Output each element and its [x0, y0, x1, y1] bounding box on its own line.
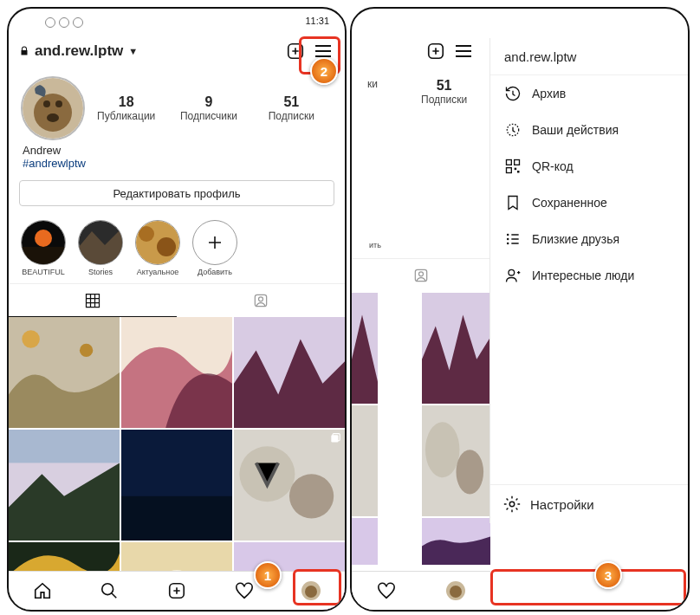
nav-likes[interactable]: [352, 572, 421, 610]
tab-grid[interactable]: [9, 284, 177, 317]
svg-rect-8: [22, 247, 65, 264]
svg-point-3: [43, 100, 50, 107]
bio: Andrew #andrewlptw: [9, 140, 345, 173]
svg-point-58: [507, 238, 509, 241]
posts-stat[interactable]: 18Публикации: [85, 94, 167, 122]
svg-point-46: [457, 450, 484, 494]
svg-rect-43: [352, 405, 378, 516]
profile-stats: 18Публикации 9Подписчики 51Подписки: [9, 71, 345, 140]
highlight-box-1: [293, 569, 341, 605]
svg-rect-56: [517, 171, 520, 173]
svg-point-34: [102, 584, 113, 595]
post[interactable]: [121, 430, 232, 541]
clock-icon: [504, 121, 522, 139]
svg-rect-52: [507, 160, 512, 165]
nav-search[interactable]: [76, 572, 144, 610]
svg-rect-54: [507, 168, 512, 173]
svg-point-7: [35, 230, 52, 247]
post[interactable]: [234, 317, 345, 428]
svg-point-40: [419, 271, 424, 275]
tab-tagged[interactable]: [177, 284, 345, 317]
chevron-down-icon[interactable]: ▼: [128, 46, 138, 56]
partial-grid: [352, 293, 490, 565]
svg-rect-23: [121, 496, 232, 541]
followers-stat[interactable]: 9Подписчики: [167, 94, 250, 122]
post[interactable]: [9, 430, 120, 541]
following-stat[interactable]: 51Подписки: [250, 94, 333, 122]
partial-tabs: [352, 258, 490, 292]
tab-tagged[interactable]: [352, 259, 490, 292]
svg-point-4: [55, 100, 62, 107]
hl-add[interactable]: Добавить: [192, 220, 237, 276]
svg-point-5: [47, 113, 59, 122]
username[interactable]: and.rew.lptw: [35, 42, 123, 60]
edit-profile-button[interactable]: Редактировать профиль: [19, 180, 334, 206]
menu-qr[interactable]: QR-код: [490, 148, 688, 184]
nav-home[interactable]: [9, 572, 76, 610]
menu-settings[interactable]: Настройки: [490, 484, 688, 523]
post[interactable]: [9, 317, 120, 428]
gear-icon: [502, 495, 522, 514]
svg-point-14: [259, 296, 263, 301]
side-menu: and.rew.lptw Архив Ваши действия QR-код …: [489, 38, 688, 523]
bookmark-icon: [504, 194, 522, 211]
svg-point-12: [157, 237, 176, 256]
highlights: BEAUTIFUL Stories Актуальное Добавить: [9, 213, 345, 283]
hl-stories[interactable]: Stories: [78, 220, 123, 276]
callout-3: 3: [594, 561, 622, 589]
menu-activity[interactable]: Ваши действия: [490, 112, 688, 148]
callout-2: 2: [310, 57, 338, 85]
svg-point-17: [80, 344, 93, 357]
callout-1: 1: [254, 561, 282, 589]
menu-close-friends[interactable]: Близкие друзья: [490, 221, 688, 257]
hl-actual[interactable]: Актуальное: [135, 220, 180, 276]
menu-header: and.rew.lptw: [490, 38, 688, 75]
qr-icon: [504, 158, 522, 175]
list-icon: [504, 230, 522, 248]
post[interactable]: [121, 317, 232, 428]
svg-point-57: [507, 234, 509, 236]
nav-profile[interactable]: [421, 572, 490, 610]
phone-left: 11:31 and.rew.lptw ▼ 18Публикации 9Подпи…: [7, 7, 347, 612]
menu-archive[interactable]: Архив: [490, 75, 688, 112]
add-user-icon: [504, 267, 522, 284]
camera-cutout: [45, 17, 83, 28]
svg-point-45: [425, 422, 460, 477]
post-grid: [9, 317, 345, 612]
svg-point-59: [507, 243, 509, 245]
history-icon: [504, 85, 522, 102]
svg-rect-47: [352, 518, 378, 565]
following-stat[interactable]: 51 Подписки: [421, 78, 467, 106]
phone-right: ки 51 Подписки ить and.rew.lptw Архив Ва…: [350, 7, 690, 612]
profile-tabs: [9, 283, 345, 317]
svg-point-11: [139, 226, 154, 242]
svg-point-16: [22, 330, 39, 347]
bottom-nav-partial: [352, 571, 490, 610]
menu-saved[interactable]: Сохраненное: [490, 184, 688, 221]
svg-point-26: [289, 474, 334, 518]
add-button[interactable]: [425, 40, 447, 62]
highlight-box-3: [490, 569, 686, 605]
menu-discover[interactable]: Интересные люди: [490, 257, 688, 294]
avatar[interactable]: [21, 76, 85, 140]
menu-button[interactable]: [452, 40, 475, 62]
bio-hash[interactable]: #andrewlptw: [23, 157, 331, 170]
svg-rect-55: [515, 168, 517, 171]
svg-rect-53: [515, 160, 520, 165]
svg-rect-21: [9, 430, 120, 463]
lock-icon: [19, 45, 29, 57]
partial-stat: ки: [367, 78, 378, 90]
post[interactable]: [234, 430, 345, 541]
bio-name: Andrew: [23, 144, 331, 157]
partial-hl: ить: [369, 241, 381, 249]
svg-point-61: [509, 502, 515, 507]
nav-add[interactable]: [143, 572, 211, 610]
svg-point-60: [509, 269, 515, 275]
hl-beautiful[interactable]: BEAUTIFUL: [21, 220, 66, 276]
status-time: 11:31: [305, 16, 329, 26]
svg-point-50: [450, 586, 462, 598]
svg-point-2: [34, 94, 72, 132]
